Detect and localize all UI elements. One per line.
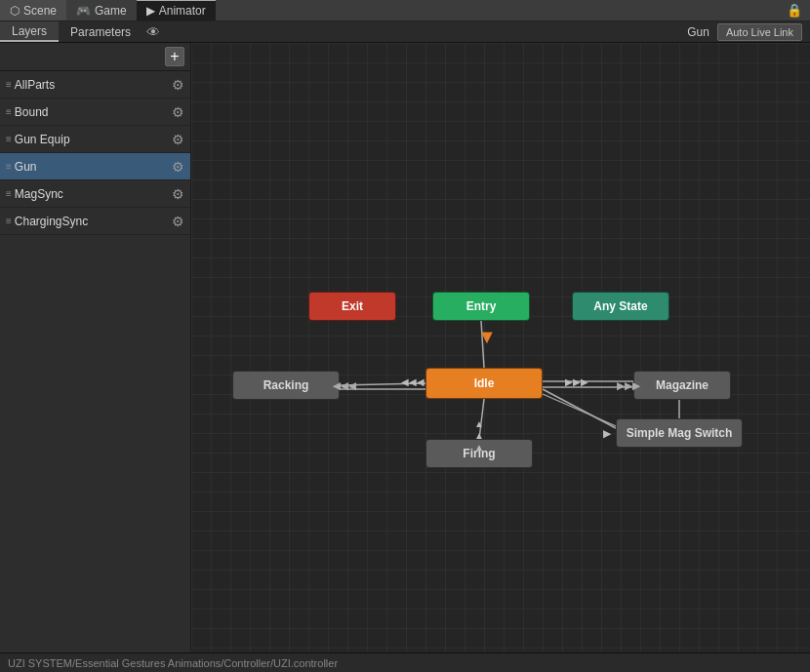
- layer-item-bound[interactable]: ≡ Bound ⚙: [0, 99, 190, 126]
- settings-icon[interactable]: ⚙: [172, 104, 184, 120]
- animator-icon: ▶: [146, 4, 155, 18]
- top-tabs-bar: ⬡ Scene 🎮 Game ▶ Animator 🔒: [0, 0, 810, 21]
- settings-icon[interactable]: ⚙: [172, 132, 184, 147]
- racking-right-arrows: ◀◀◀: [333, 380, 356, 391]
- animator-canvas[interactable]: ▼ Exit Entry Any State Idle Racking ◀◀◀ …: [191, 43, 810, 652]
- layers-sidebar: + ≡ AllParts ⚙ ≡ Bound ⚙ ≡ Gun Equip ⚙ ≡…: [0, 43, 191, 652]
- grip-icon: ≡: [6, 161, 11, 172]
- grip-icon: ≡: [6, 216, 11, 226]
- sub-tab-layers[interactable]: Layers: [0, 21, 59, 42]
- grip-icon: ≡: [6, 106, 11, 117]
- node-firing[interactable]: Firing ▲ ▲ ▲: [425, 439, 533, 468]
- grip-icon: ≡: [6, 188, 11, 199]
- layer-item-magsync[interactable]: ≡ MagSync ⚙: [0, 180, 190, 208]
- add-layer-button[interactable]: +: [165, 47, 184, 66]
- sidebar-header: +: [0, 43, 190, 71]
- layer-item-gunequip[interactable]: ≡ Gun Equip ⚙: [0, 126, 190, 153]
- node-exit[interactable]: Exit: [308, 292, 396, 321]
- settings-icon[interactable]: ⚙: [172, 186, 184, 202]
- scene-icon: ⬡: [10, 4, 20, 18]
- node-entry[interactable]: Entry: [432, 292, 530, 321]
- sub-tabs-bar: Layers Parameters 👁 Gun Auto Live Link: [0, 21, 810, 43]
- settings-icon[interactable]: ⚙: [172, 77, 184, 93]
- firing-up-arrows: ▲ ▲ ▲: [474, 418, 484, 453]
- node-simple-mag-switch[interactable]: Simple Mag Switch ▶: [616, 418, 743, 448]
- game-icon: 🎮: [76, 4, 91, 18]
- settings-icon[interactable]: ⚙: [172, 159, 184, 175]
- visibility-toggle[interactable]: 👁: [146, 24, 160, 40]
- main-layout: + ≡ AllParts ⚙ ≡ Bound ⚙ ≡ Gun Equip ⚙ ≡…: [0, 43, 810, 652]
- layer-item-allparts[interactable]: ≡ AllParts ⚙: [0, 71, 190, 99]
- tab-animator[interactable]: ▶ Animator: [137, 0, 216, 20]
- grip-icon: ≡: [6, 134, 11, 144]
- layer-item-chargingsync[interactable]: ≡ ChargingSync ⚙: [0, 208, 190, 235]
- node-any-state[interactable]: Any State: [572, 292, 669, 321]
- tab-scene[interactable]: ⬡ Scene: [0, 0, 66, 20]
- sub-tab-parameters[interactable]: Parameters: [59, 21, 142, 42]
- grip-icon: ≡: [6, 79, 11, 90]
- settings-icon[interactable]: ⚙: [172, 214, 184, 229]
- node-racking[interactable]: Racking ◀◀◀: [232, 371, 340, 400]
- breadcrumb: Gun Auto Live Link: [679, 23, 810, 41]
- status-bar: UZI SYSTEM/Essential Gestures Animations…: [0, 652, 810, 672]
- tab-game[interactable]: 🎮 Game: [66, 0, 137, 20]
- layer-item-gun[interactable]: ≡ Gun ⚙: [0, 153, 190, 180]
- simple-mag-left-arrow: ▶: [603, 428, 611, 439]
- grid-background: [191, 43, 810, 652]
- node-idle[interactable]: Idle: [425, 368, 543, 399]
- auto-live-link-button[interactable]: Auto Live Link: [717, 23, 802, 41]
- magazine-left-arrows: ▶▶▶: [617, 380, 640, 391]
- lock-icon: 🔒: [787, 3, 810, 18]
- node-magazine[interactable]: Magazine ▶▶▶: [633, 371, 731, 400]
